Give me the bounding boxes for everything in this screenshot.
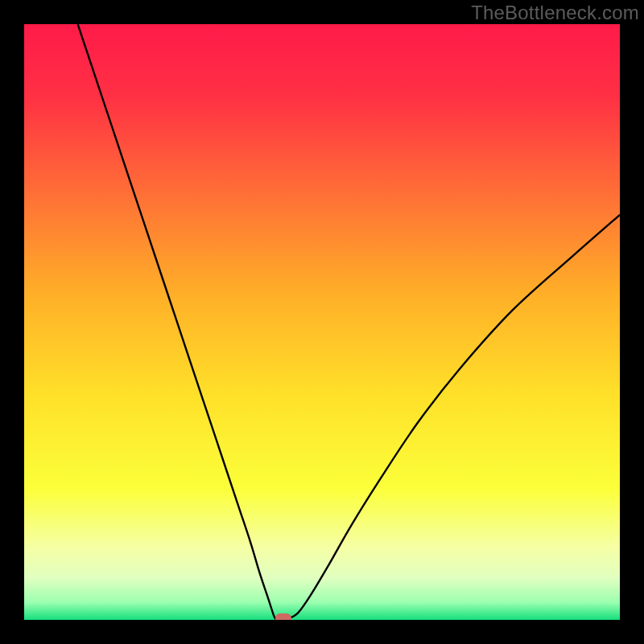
plot-area — [24, 24, 620, 620]
bottleneck-curve — [24, 24, 620, 620]
chart-frame: TheBottleneck.com — [0, 0, 644, 644]
watermark-text: TheBottleneck.com — [471, 2, 639, 24]
optimal-point-marker — [275, 613, 291, 620]
